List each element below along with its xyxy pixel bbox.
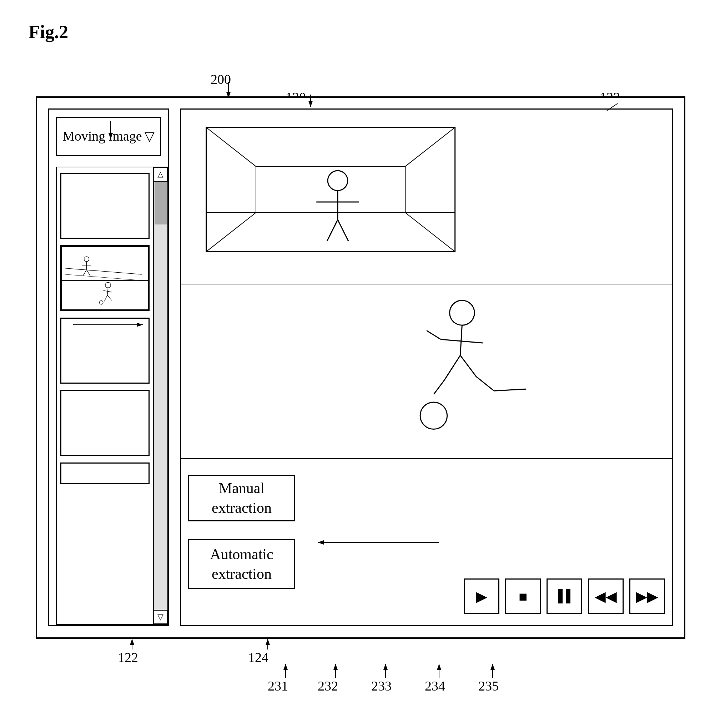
svg-line-18 [405, 213, 455, 252]
ref-124: 124 [248, 650, 268, 665]
ref-231: 231 [268, 678, 288, 694]
svg-line-17 [206, 213, 256, 252]
scene-bottom-svg [181, 284, 672, 458]
svg-line-6 [83, 270, 86, 276]
dropdown-arrow-icon[interactable]: ▽ [145, 129, 155, 144]
svg-marker-60 [383, 664, 388, 670]
ref-232: 232 [318, 678, 338, 694]
scroll-up-button[interactable]: △ [153, 167, 167, 182]
scrollbar-thumb[interactable] [155, 182, 167, 225]
svg-point-36 [420, 402, 447, 429]
svg-line-15 [206, 127, 256, 167]
svg-line-12 [107, 295, 112, 300]
svg-rect-38 [558, 589, 562, 603]
svg-line-35 [434, 380, 444, 394]
svg-line-31 [427, 330, 441, 340]
svg-line-2 [65, 274, 142, 280]
svg-line-11 [104, 295, 107, 301]
svg-line-26 [338, 220, 348, 241]
svg-line-33 [460, 355, 476, 377]
transport-controls: ▶ ■ ◀◀ ▶▶ [464, 578, 665, 614]
svg-point-8 [105, 282, 111, 288]
thumbnail-list: △ ▽ [56, 167, 168, 625]
svg-marker-54 [266, 639, 270, 645]
right-area: Manual extraction Automatic extraction ▶… [180, 109, 673, 626]
figure-label: Fig.2 [29, 21, 68, 43]
thumbnail-items [57, 167, 153, 624]
ref-200: 200 [211, 71, 231, 87]
ref-234: 234 [425, 678, 445, 694]
svg-line-1 [65, 268, 142, 274]
automatic-extraction-button[interactable]: Automatic extraction [188, 539, 295, 589]
ref-235: 235 [478, 678, 499, 694]
thumb-scene-svg [62, 247, 148, 309]
controls-area: Manual extraction Automatic extraction ▶… [181, 461, 672, 625]
svg-line-7 [87, 270, 90, 276]
svg-point-3 [84, 257, 89, 262]
scene-bottom [181, 284, 672, 458]
svg-line-16 [405, 127, 455, 167]
svg-line-37 [494, 389, 526, 391]
svg-line-25 [327, 220, 338, 241]
svg-line-32 [444, 355, 461, 381]
svg-marker-56 [283, 664, 288, 670]
automatic-extraction-label: Automatic extraction [210, 544, 273, 583]
svg-marker-62 [437, 664, 441, 670]
svg-point-22 [328, 171, 348, 191]
pause-button[interactable] [547, 578, 582, 614]
dropdown-text: Moving image [63, 128, 142, 145]
svg-marker-50 [130, 639, 134, 645]
ref-233: 233 [371, 678, 392, 694]
stop-button[interactable]: ■ [505, 578, 541, 614]
thumbnail-4[interactable] [60, 390, 150, 456]
manual-extraction-label: Manual extraction [212, 479, 272, 517]
manual-extraction-button[interactable]: Manual extraction [188, 475, 295, 522]
left-panel: Moving image ▽ △ ▽ [48, 109, 169, 626]
scene-top [181, 110, 672, 284]
svg-rect-39 [566, 589, 570, 603]
rewind-button[interactable]: ◀◀ [588, 578, 623, 614]
thumbnail-3[interactable] [60, 318, 150, 384]
thumbnail-1[interactable] [60, 173, 150, 239]
thumbnail-5[interactable] [60, 462, 150, 484]
dropdown-header[interactable]: Moving image ▽ [56, 117, 161, 156]
video-area [181, 110, 672, 459]
scene-top-svg [181, 110, 672, 284]
svg-marker-64 [490, 664, 495, 670]
svg-point-13 [100, 301, 103, 304]
svg-line-34 [476, 376, 494, 391]
thumbnail-scene [62, 247, 148, 309]
scrollbar-track [153, 182, 167, 610]
ref-122: 122 [118, 650, 138, 665]
main-container: Moving image ▽ △ ▽ [36, 96, 685, 639]
pause-icon [555, 587, 573, 605]
fast-forward-button[interactable]: ▶▶ [629, 578, 665, 614]
play-button[interactable]: ▶ [464, 578, 499, 614]
scroll-down-button[interactable]: ▽ [153, 610, 167, 624]
svg-marker-58 [333, 664, 338, 670]
thumbnail-2-selected[interactable] [60, 245, 150, 311]
svg-line-29 [460, 325, 462, 355]
svg-point-28 [450, 300, 475, 326]
